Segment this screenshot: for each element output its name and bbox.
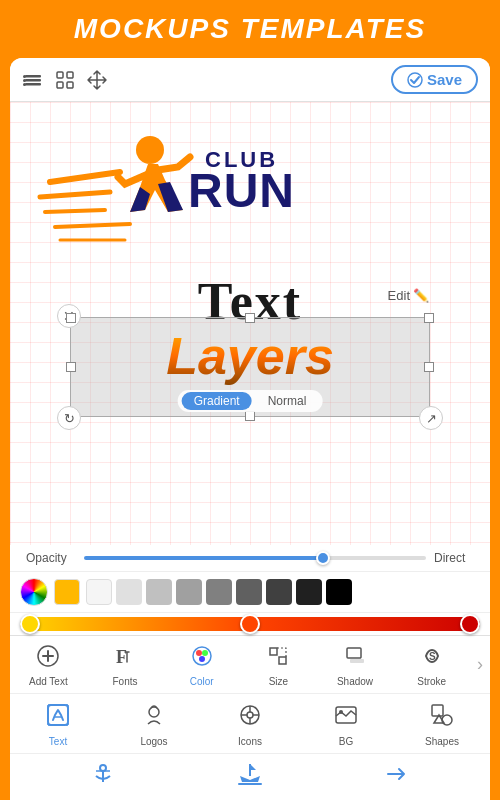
pencil-icon: ✏️: [413, 288, 429, 303]
svg-point-30: [247, 712, 253, 718]
blend-tabs: Gradient Normal: [178, 390, 323, 412]
color-row: [20, 578, 480, 606]
grid-icon[interactable]: [54, 69, 76, 91]
layers-text: Layers: [81, 326, 419, 386]
tool-row-2: Text Logos: [10, 694, 490, 754]
text-tool-label: Text: [49, 736, 67, 747]
fonts-icon: F: [113, 644, 137, 674]
svg-rect-25: [350, 659, 364, 663]
gradient-tab[interactable]: Gradient: [182, 392, 252, 410]
bg-tool[interactable]: BG: [298, 694, 394, 753]
svg-rect-38: [432, 705, 443, 716]
opacity-section: Opacity Direct: [10, 545, 490, 571]
bg-icon: [333, 702, 359, 734]
swatch-3[interactable]: [146, 579, 172, 605]
gradient-thumb-right[interactable]: [460, 614, 480, 634]
opacity-thumb[interactable]: [316, 551, 330, 565]
logos-tool[interactable]: Logos: [106, 694, 202, 753]
svg-point-36: [339, 710, 343, 714]
handle-top-left[interactable]: [66, 313, 76, 323]
gradient-section: [10, 612, 490, 635]
color-picker-circle[interactable]: [20, 578, 48, 606]
selected-layer-container[interactable]: ✕ Edit ✏️ Layers ↻ ↗ Gradient Normal: [70, 317, 430, 417]
toolbar-left: [22, 69, 108, 91]
logos-icon: [141, 702, 167, 734]
handle-left-mid[interactable]: [66, 362, 76, 372]
shadow-tool[interactable]: Shadow: [317, 636, 394, 693]
shadow-label: Shadow: [337, 676, 373, 687]
edit-button[interactable]: Edit ✏️: [388, 288, 429, 303]
stroke-label: Stroke: [417, 676, 446, 687]
svg-rect-1: [25, 79, 41, 82]
add-text-icon: [36, 644, 60, 674]
svg-point-5: [23, 83, 26, 86]
svg-rect-8: [57, 82, 63, 88]
gradient-track[interactable]: [20, 617, 480, 631]
bg-label: BG: [339, 736, 353, 747]
svg-rect-22: [270, 648, 277, 655]
svg-rect-0: [25, 75, 41, 78]
color-label: Color: [190, 676, 214, 687]
stroke-tool[interactable]: S Stroke: [393, 636, 470, 693]
header-title: MOCKUPS TEMPLATES: [74, 13, 426, 45]
svg-rect-27: [48, 705, 68, 725]
icons-tool[interactable]: Icons: [202, 694, 298, 753]
shapes-icon: [429, 702, 455, 734]
gradient-thumb-mid[interactable]: [240, 614, 260, 634]
swatch-6[interactable]: [236, 579, 262, 605]
svg-rect-7: [67, 72, 73, 78]
svg-rect-6: [57, 72, 63, 78]
icons-icon: [237, 702, 263, 734]
svg-point-20: [202, 650, 208, 656]
normal-tab[interactable]: Normal: [256, 392, 319, 410]
svg-rect-24: [347, 648, 361, 658]
svg-point-28: [149, 707, 159, 717]
opacity-slider[interactable]: [84, 556, 426, 560]
size-tool[interactable]: Size: [240, 636, 317, 693]
svg-point-3: [23, 75, 26, 78]
more-tools-button[interactable]: ›: [470, 654, 490, 675]
canvas-area: CLUB RUN Text ✕ Edit ✏️ Layers ↻ ↗: [10, 102, 490, 571]
gradient-thumb-left[interactable]: [20, 614, 40, 634]
save-label: Save: [427, 71, 462, 88]
handle-top-right[interactable]: [424, 313, 434, 323]
move-icon[interactable]: [86, 69, 108, 91]
color-icon: [190, 644, 214, 674]
swatch-4[interactable]: [176, 579, 202, 605]
nav-row: [10, 754, 490, 800]
layers-icon[interactable]: [22, 69, 44, 91]
svg-point-4: [23, 79, 26, 82]
text-tool[interactable]: Text: [10, 694, 106, 753]
text-tool-icon: [45, 702, 71, 734]
logos-label: Logos: [140, 736, 167, 747]
svg-text:S: S: [429, 651, 436, 662]
anchor-nav-icon[interactable]: [91, 762, 115, 792]
handle-bottom-mid[interactable]: [245, 411, 255, 421]
header: MOCKUPS TEMPLATES: [0, 0, 500, 58]
add-text-label: Add Text: [29, 676, 68, 687]
save-button[interactable]: Save: [391, 65, 478, 94]
swatch-5[interactable]: [206, 579, 232, 605]
handle-top-mid[interactable]: [245, 313, 255, 323]
swatch-1[interactable]: [86, 579, 112, 605]
swatch-9[interactable]: [326, 579, 352, 605]
ship-nav-icon[interactable]: [236, 762, 264, 792]
swatch-7[interactable]: [266, 579, 292, 605]
active-color-square[interactable]: [54, 579, 80, 605]
logo-image: CLUB RUN: [30, 112, 350, 272]
bottom-toolbar: Add Text F Fonts: [10, 635, 490, 800]
arrow-nav-icon[interactable]: [385, 762, 409, 792]
svg-rect-23: [279, 657, 286, 664]
swatch-2[interactable]: [116, 579, 142, 605]
resize-button[interactable]: ↗: [419, 406, 443, 430]
fonts-tool[interactable]: F Fonts: [87, 636, 164, 693]
color-tool[interactable]: Color: [163, 636, 240, 693]
icons-label: Icons: [238, 736, 262, 747]
rotate-button[interactable]: ↻: [57, 406, 81, 430]
handle-right-mid[interactable]: [424, 362, 434, 372]
shapes-tool[interactable]: Shapes: [394, 694, 490, 753]
size-label: Size: [269, 676, 288, 687]
swatch-8[interactable]: [296, 579, 322, 605]
edit-label: Edit: [388, 288, 410, 303]
add-text-tool[interactable]: Add Text: [10, 636, 87, 693]
